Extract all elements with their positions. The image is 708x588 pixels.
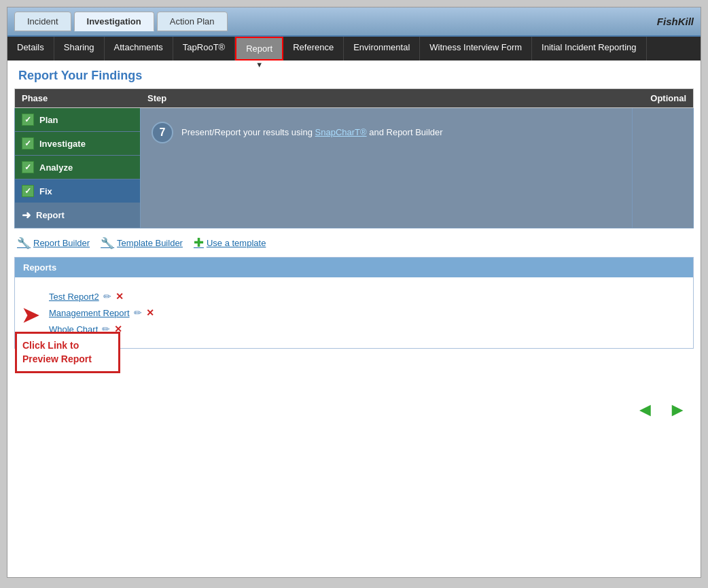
delete-test-icon[interactable]: ✕ <box>116 291 124 302</box>
edit-test-icon[interactable]: ✏ <box>103 291 111 302</box>
tab-investigation[interactable]: Investigation <box>74 12 154 31</box>
report-item-test: Test Report2 ✏ ✕ <box>49 288 679 305</box>
step-number: 7 <box>152 122 173 143</box>
sec-tab-sharing[interactable]: Sharing <box>54 37 105 60</box>
next-nav-button[interactable]: ► <box>668 399 687 421</box>
phase-step-table: Phase Step Optional <box>14 88 694 108</box>
annotation-arrow: ➤ <box>22 303 39 327</box>
phase-analyze[interactable]: ✓ Analyze <box>15 156 140 179</box>
reports-section: Reports ➤ Test Report2 ✏ ✕ Management Re… <box>14 257 694 349</box>
sec-tab-report[interactable]: Report <box>235 37 283 60</box>
outer-wrapper: Incident Investigation Action Plan FishK… <box>0 0 708 588</box>
step-body-col: 7 Present/Report your results using Snap… <box>141 108 632 228</box>
step-text-prefix: Present/Report your results using <box>181 127 315 137</box>
sec-tab-environmental[interactable]: Environmental <box>344 37 420 60</box>
top-nav: Incident Investigation Action Plan FishK… <box>7 7 701 37</box>
phase-plan-label: Plan <box>39 115 58 125</box>
sec-tab-initial[interactable]: Initial Incident Reporting <box>532 37 646 60</box>
phase-step-body: ✓ Plan ✓ Investigate ✓ Analyze ✓ Fix ➜ <box>14 108 694 228</box>
template-builder-btn[interactable]: 🔧 Template Builder <box>101 237 183 249</box>
phase-items-col: ✓ Plan ✓ Investigate ✓ Analyze ✓ Fix ➜ <box>15 108 141 228</box>
template-icon: 🔧 <box>101 237 114 249</box>
reports-header: Reports <box>15 258 693 277</box>
callout-box: Click Link to Preview Report <box>15 332 120 373</box>
report-builder-btn[interactable]: 🔧 Report Builder <box>17 237 90 249</box>
sec-tab-reference[interactable]: Reference <box>283 37 344 60</box>
red-arrow-icon: ➤ <box>22 303 39 327</box>
sec-tab-taproot[interactable]: TapRooT® <box>173 37 235 60</box>
prev-nav-button[interactable]: ◄ <box>636 399 655 421</box>
step-col-header: Step <box>141 89 632 107</box>
snapchart-link[interactable]: SnapCharT® <box>315 127 367 137</box>
footer: ◄ ► <box>7 390 701 430</box>
check-plan-icon: ✓ <box>22 114 34 126</box>
report-item-whole-chart: Whole Chart ✏ ✕ <box>49 321 679 337</box>
phase-report-label: Report <box>36 210 65 220</box>
check-fix-icon: ✓ <box>22 185 34 197</box>
phase-report[interactable]: ➜ Report <box>15 203 140 228</box>
sec-nav: Details Sharing Attachments TapRooT® Rep… <box>7 37 701 60</box>
optional-col-header: Optional <box>632 89 693 107</box>
optional-body-col <box>632 108 693 228</box>
use-template-btn[interactable]: ✚ Use a template <box>194 235 266 250</box>
phase-investigate-label: Investigate <box>39 139 86 149</box>
management-report-link[interactable]: Management Report <box>49 308 130 318</box>
tab-incident[interactable]: Incident <box>14 12 71 31</box>
reports-body: ➤ Test Report2 ✏ ✕ Management Report ✏ ✕ <box>15 277 693 348</box>
test-report2-link[interactable]: Test Report2 <box>49 292 99 302</box>
phase-fix[interactable]: ✓ Fix <box>15 179 140 203</box>
page-heading: Report Your Findings <box>7 60 701 88</box>
phase-col-header: Phase <box>15 89 141 107</box>
phase-plan[interactable]: ✓ Plan <box>15 108 140 132</box>
report-builder-label: Report Builder <box>33 238 90 248</box>
delete-management-icon[interactable]: ✕ <box>146 307 154 318</box>
main-container: Incident Investigation Action Plan FishK… <box>7 7 701 578</box>
check-analyze-icon: ✓ <box>22 161 34 173</box>
sec-tab-witness[interactable]: Witness Interview Form <box>420 37 532 60</box>
tab-action-plan[interactable]: Action Plan <box>157 12 228 31</box>
check-investigate-icon: ✓ <box>22 137 34 150</box>
app-title: FishKill <box>657 16 694 27</box>
template-builder-label: Template Builder <box>117 238 183 248</box>
phase-investigate[interactable]: ✓ Investigate <box>15 132 140 156</box>
step-text: Present/Report your results using SnapCh… <box>181 122 443 139</box>
sec-tab-details[interactable]: Details <box>7 37 54 60</box>
phase-fix-label: Fix <box>39 186 52 196</box>
step-text-suffix: and Report Builder <box>367 127 443 137</box>
arrow-report-icon: ➜ <box>22 209 31 222</box>
report-items: Test Report2 ✏ ✕ Management Report ✏ ✕ W… <box>29 288 679 337</box>
report-item-management: Management Report ✏ ✕ <box>49 305 679 321</box>
phase-analyze-label: Analyze <box>39 162 73 173</box>
wrench-icon: 🔧 <box>17 237 31 249</box>
sec-tab-attachments[interactable]: Attachments <box>105 37 173 60</box>
edit-management-icon[interactable]: ✏ <box>134 307 142 318</box>
toolbar: 🔧 Report Builder 🔧 Template Builder ✚ Us… <box>7 228 701 257</box>
step-content: 7 Present/Report your results using Snap… <box>141 108 632 217</box>
use-template-label: Use a template <box>207 238 266 248</box>
plus-icon: ✚ <box>194 235 204 250</box>
